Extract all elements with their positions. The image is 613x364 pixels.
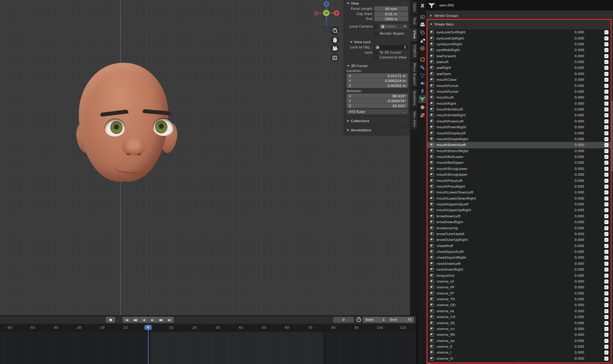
shape-key-name[interactable]: mouthStretchRight xyxy=(436,149,562,153)
local-camera-field[interactable]: Came... ✕ xyxy=(379,24,408,29)
shape-key-value[interactable]: 0.000 xyxy=(562,303,584,307)
shape-key-enabled-checkbox[interactable]: ✓ xyxy=(604,78,608,82)
camera-view-button[interactable] xyxy=(331,44,339,53)
shape-key-name[interactable]: mouthSmileLeft xyxy=(436,107,562,111)
shape-key-row[interactable]: mouthDimpleLeft0.000✓ xyxy=(427,130,611,136)
lock-to-3d-cursor-checkbox[interactable] xyxy=(374,51,378,54)
shape-key-enabled-checkbox[interactable]: ✓ xyxy=(604,339,608,343)
render-properties-tab[interactable] xyxy=(418,13,426,21)
shape-key-value[interactable]: 0.000 xyxy=(562,250,584,254)
shape-key-value[interactable]: 0.000 xyxy=(562,244,584,248)
shape-key-enabled-checkbox[interactable]: ✓ xyxy=(604,262,608,266)
shape-key-enabled-checkbox[interactable]: ✓ xyxy=(604,173,608,177)
playhead[interactable] xyxy=(148,324,149,364)
shape-key-row[interactable]: mouthLowerDownRight0.000✓ xyxy=(427,196,611,201)
cursor-rotation-y-field[interactable]: Y-0.000074° xyxy=(347,99,408,103)
shape-key-row[interactable]: viseme_I0.000✓ xyxy=(427,350,611,355)
shape-key-value[interactable]: 0.000 xyxy=(562,72,584,76)
shape-key-enabled-checkbox[interactable]: ✓ xyxy=(604,54,608,58)
shape-key-enabled-checkbox[interactable]: ✓ xyxy=(604,244,608,248)
shape-key-value[interactable]: 0.000 xyxy=(562,309,584,313)
shape-key-value[interactable]: 0.000 xyxy=(562,113,584,117)
shape-key-name[interactable]: mouthUpperUpRight xyxy=(436,208,562,212)
shape-key-enabled-checkbox[interactable]: ✓ xyxy=(604,96,608,99)
shape-key-value[interactable]: 0.000 xyxy=(562,137,584,141)
ruler-tick[interactable]: -20 xyxy=(99,326,105,330)
scene-properties-tab[interactable] xyxy=(418,36,426,44)
shape-key-name[interactable]: viseme_PP xyxy=(436,285,562,289)
shape-key-enabled-checkbox[interactable]: ✓ xyxy=(604,102,608,106)
shape-key-name[interactable]: jawLeft xyxy=(436,60,562,64)
shape-key-value[interactable]: 0.000 xyxy=(562,60,584,64)
shape-key-enabled-checkbox[interactable]: ✓ xyxy=(604,345,608,349)
shape-key-value[interactable]: 0.000 xyxy=(562,321,584,325)
gizmo-negative-y-ball[interactable]: -Y xyxy=(323,10,329,16)
shape-key-row[interactable]: mouthUpperUpLeft0.000✓ xyxy=(427,201,611,207)
shape-key-value[interactable]: 0.000 xyxy=(562,131,584,135)
shape-key-row[interactable]: jawRight0.000✓ xyxy=(427,65,611,71)
shape-key-row[interactable]: jawForward0.000✓ xyxy=(427,53,611,59)
next-keyframe-button[interactable]: ◆▶ xyxy=(157,317,165,323)
ruler-tick[interactable]: 60 xyxy=(285,326,289,330)
shape-key-name[interactable]: browDownRight xyxy=(436,220,562,224)
shape-key-row[interactable]: mouthFunnel0.000✓ xyxy=(427,83,611,88)
shape-key-name[interactable]: viseme_DD xyxy=(436,303,562,307)
shape-key-enabled-checkbox[interactable]: ✓ xyxy=(604,226,608,230)
list-expand-arrow-icon[interactable]: ▶ xyxy=(428,362,431,364)
frame-end-field[interactable]: End75 xyxy=(388,317,414,323)
jump-to-start-button[interactable]: |◀ xyxy=(123,317,131,323)
shape-key-row[interactable]: mouthLowerDownLeft0.000✓ xyxy=(427,190,611,195)
shape-key-name[interactable]: noseSneerRight xyxy=(436,268,562,272)
3d-cursor-panel-header[interactable]: 3D Cursor xyxy=(344,62,410,69)
shape-key-value[interactable]: 0.000 xyxy=(562,190,584,194)
gizmo-z-ball[interactable]: Z xyxy=(324,1,329,7)
shape-key-name[interactable]: mouthDimpleRight xyxy=(436,137,562,141)
view-layer-properties-tab[interactable] xyxy=(418,28,426,36)
shape-key-enabled-checkbox[interactable]: ✓ xyxy=(604,256,608,260)
shape-key-name[interactable]: noseSneerLeft xyxy=(436,262,562,266)
ruler-tick[interactable]: 100 xyxy=(376,326,383,330)
rotation-order-dropdown[interactable]: XYZ Euler ⌄ xyxy=(347,109,408,114)
ruler-tick[interactable]: 90 xyxy=(354,326,359,330)
gizmo-negative-z-ball[interactable] xyxy=(324,21,329,25)
shape-key-name[interactable]: jawOpen xyxy=(436,72,562,76)
shape-key-row[interactable]: viseme_sil0.000✓ xyxy=(427,279,611,284)
shape-key-value[interactable]: 0.000 xyxy=(562,268,584,272)
physics-properties-tab[interactable] xyxy=(418,79,426,87)
timeline-editor[interactable]: ⌄ |◀◀◆◀▶◆▶▶| 0 Start1 End75 -60-50-40-30… xyxy=(0,315,416,364)
lock-to-object-field[interactable]: ✎ xyxy=(374,45,408,50)
shape-key-enabled-checkbox[interactable]: ✓ xyxy=(604,285,608,289)
pan-button[interactable] xyxy=(331,36,339,44)
shape-key-row[interactable]: mouthSmileRight0.000✓ xyxy=(427,112,611,118)
shape-key-enabled-checkbox[interactable]: ✓ xyxy=(604,84,608,88)
chevron-down-icon[interactable]: ⌄ xyxy=(436,4,438,7)
panel-grip-icon[interactable] xyxy=(402,2,408,5)
shape-key-value[interactable]: 0.000 xyxy=(562,54,584,58)
shape-key-value[interactable]: 0.000 xyxy=(562,167,584,171)
render-region-checkbox[interactable] xyxy=(374,32,378,36)
frame-start-field[interactable]: Start1 xyxy=(363,317,387,323)
prev-keyframe-button[interactable]: ◀◆ xyxy=(131,317,139,323)
shape-key-row[interactable]: mouthPressLeft0.000✓ xyxy=(427,178,611,183)
shape-key-value[interactable]: 0.000 xyxy=(562,84,584,88)
shape-keys-panel-header[interactable]: Shape Keys xyxy=(427,21,612,28)
cursor-location-y-field[interactable]: Y-0.000224 m xyxy=(347,78,408,83)
camera-to-view-checkbox[interactable] xyxy=(374,56,378,59)
shape-key-enabled-checkbox[interactable]: ✓ xyxy=(604,48,608,52)
clip-end-field[interactable]: 1000 m xyxy=(374,17,408,21)
auto-keying-button[interactable] xyxy=(106,317,115,323)
shape-key-name[interactable]: tongueOut xyxy=(436,274,562,278)
shape-key-row[interactable]: cheekSquintLeft0.000✓ xyxy=(427,249,611,255)
shape-key-value[interactable]: 0.000 xyxy=(562,256,584,260)
vertex-groups-panel-header[interactable]: Vertex Groups xyxy=(427,12,612,19)
shape-key-row[interactable]: mouthPressRight0.000✓ xyxy=(427,184,611,190)
shape-key-row[interactable]: mouthStretchLeft0.000✓ xyxy=(427,142,611,148)
view-lock-panel-header[interactable]: View Lock xyxy=(344,39,410,45)
shape-key-value[interactable]: 0.000 xyxy=(562,297,584,301)
shape-key-row[interactable]: browOuterUpleft0.000✓ xyxy=(427,231,611,237)
shape-key-enabled-checkbox[interactable]: ✓ xyxy=(604,185,608,189)
shape-key-name[interactable]: mouthRight xyxy=(436,102,562,106)
shape-key-row[interactable]: mouthDimpleRight0.000✓ xyxy=(427,136,611,142)
shape-key-enabled-checkbox[interactable]: ✓ xyxy=(604,161,608,165)
shape-key-enabled-checkbox[interactable]: ✓ xyxy=(604,327,608,331)
